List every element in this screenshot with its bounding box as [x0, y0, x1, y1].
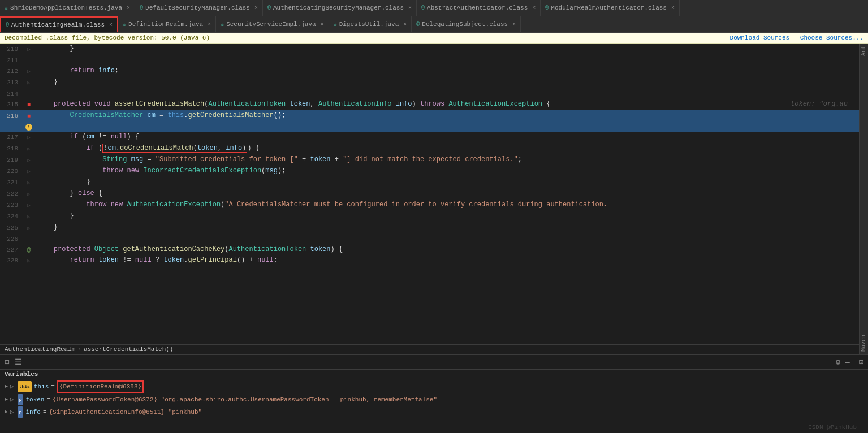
line-number: 223	[0, 200, 23, 211]
bookmark-icon: ■	[27, 102, 31, 108]
sidebar-ant-label[interactable]: Ant	[861, 44, 867, 58]
code-line: }	[35, 222, 859, 233]
code-line	[35, 233, 859, 244]
close-panel-button[interactable]: ⊡	[858, 356, 865, 368]
line-number: 212	[0, 66, 23, 77]
gutter: ▷	[23, 143, 35, 154]
table-row: 226	[0, 233, 859, 244]
tab-label: ModularRealmAuthenticator.class	[551, 5, 667, 11]
tab-close[interactable]: ×	[403, 21, 407, 28]
expand-arrow[interactable]: ▶	[5, 395, 8, 405]
settings-button[interactable]: ⚙	[835, 356, 841, 368]
table-row: 221 ▷ }	[0, 177, 859, 188]
variable-row-token: ▶ ▷ p token = {UsernamePasswordToken@637…	[0, 393, 868, 406]
tab-ShrioDemoApplicationTests[interactable]: ☕ ShrioDemoApplicationTests.java ×	[0, 0, 135, 16]
tab-close[interactable]: ×	[512, 21, 516, 28]
choose-sources-link[interactable]: Choose Sources...	[800, 34, 863, 41]
tab-close[interactable]: ×	[408, 5, 412, 11]
tab-close[interactable]: ×	[208, 21, 211, 28]
code-line: return token != null ? token.getPrincipa…	[35, 255, 859, 266]
gutter: ▷	[23, 177, 35, 188]
tab-bar-row2: © AuthenticatingRealm.class × ☕ Definiti…	[0, 16, 868, 33]
tab-close[interactable]: ×	[254, 5, 258, 11]
line-number: 217	[0, 132, 23, 143]
bottom-tools-left: ⊞ ☰	[3, 356, 23, 368]
gutter: ▷	[23, 166, 35, 177]
table-row: 222 ▷ } else {	[0, 188, 859, 200]
gutter	[23, 233, 35, 244]
expand-arrow[interactable]: ▶	[5, 407, 8, 417]
breadcrumb-separator: ›	[77, 346, 81, 353]
variable-row-this: ▶ ▷ this this = {DefinitionRealm@6393}	[0, 380, 868, 393]
table-row: 217 ▷ if (cm != null) {	[0, 132, 859, 143]
code-line: throw new AuthenticationException("A Cre…	[35, 200, 859, 211]
tab-close[interactable]: ×	[671, 5, 675, 11]
line-number: 224	[0, 211, 23, 222]
tab-close[interactable]: ×	[109, 22, 113, 28]
tab-DefinitionRealm[interactable]: ☕ DefinitionRealm.java ×	[118, 16, 216, 32]
fold-icon: ▷	[27, 80, 30, 86]
table-row: 219 ▷ String msg = "Submitted credential…	[0, 154, 859, 166]
tab-label: AuthenticatingRealm.class	[11, 21, 105, 28]
var-value-info: {SimpleAuthenticationInfo@6511} "pinkhub…	[49, 407, 202, 417]
gutter	[23, 88, 35, 99]
tab-close[interactable]: ×	[532, 5, 536, 11]
line-number: 214	[0, 88, 23, 99]
watermark: CSDN @PinkHub	[808, 424, 857, 431]
gutter: ▷	[23, 154, 35, 166]
line-number: 225	[0, 222, 23, 233]
gutter: @	[23, 244, 35, 255]
tab-label: SecurityServiceImpl.java	[226, 21, 316, 28]
info-message: Decompiled .class file, bytecode version…	[5, 34, 210, 41]
var-equals: =	[51, 382, 55, 392]
table-row: 216 ■ ! CredentialsMatcher cm = this.get…	[0, 110, 859, 132]
minimize-button[interactable]: —	[844, 357, 850, 368]
expand-icon: ▷	[10, 395, 14, 405]
tab-ModularRealmAuthenticator[interactable]: © ModularRealmAuthenticator.class ×	[541, 0, 680, 16]
line-number: 219	[0, 154, 23, 166]
list-view-button[interactable]: ☰	[14, 356, 23, 368]
tab-DefaultSecurityManager[interactable]: © DefaultSecurityManager.class ×	[135, 0, 263, 16]
tab-close[interactable]: ×	[321, 21, 324, 28]
editor-container: 210 ▷ } 211 212 ▷ re	[0, 44, 868, 354]
red-box-highlight: !cm.doCredentialsMatch(token, info)	[102, 144, 247, 153]
tab-label: ShrioDemoApplicationTests.java	[10, 5, 122, 11]
info-actions: Download Sources Choose Sources...	[723, 34, 863, 41]
sidebar-maven-label[interactable]: Maven	[861, 332, 867, 354]
code-scroll[interactable]: 210 ▷ } 211 212 ▷ re	[0, 44, 859, 344]
tab-label: DigestsUtil.java	[339, 21, 399, 28]
tab-AuthenticatingRealm[interactable]: © AuthenticatingRealm.class ×	[0, 16, 118, 32]
code-line: } else {	[35, 188, 859, 200]
tab-DigestsUtil[interactable]: ☕ DigestsUtil.java ×	[329, 16, 412, 32]
variables-list: ▶ ▷ this this = {DefinitionRealm@6393} ▶…	[0, 379, 868, 433]
java-icon: ☕	[334, 21, 337, 28]
code-line: return info;	[35, 66, 859, 77]
code-line	[35, 55, 859, 66]
var-equals: =	[46, 395, 50, 405]
gutter: ▷	[23, 132, 35, 143]
code-line: }	[35, 44, 859, 55]
tab-AbstractAuthenticator[interactable]: © AbstractAuthenticator.class ×	[417, 0, 541, 16]
tab-DelegatingSubject[interactable]: © DelegatingSubject.class ×	[412, 16, 521, 32]
breadcrumb-part2: assertCredentialsMatch()	[84, 346, 173, 353]
table-row: 218 ▷ if (!cm.doCredentialsMatch(token, …	[0, 143, 859, 154]
variable-row-info: ▶ ▷ p info = {SimpleAuthenticationInfo@6…	[0, 406, 868, 418]
tab-AuthenticatingSecurityManager[interactable]: © AuthenticatingSecurityManager.class ×	[263, 0, 417, 16]
tab-close[interactable]: ×	[127, 5, 130, 11]
table-row: 224 ▷ }	[0, 211, 859, 222]
line-number: 211	[0, 55, 23, 66]
grid-view-button[interactable]: ⊞	[3, 356, 10, 368]
download-sources-link[interactable]: Download Sources	[730, 34, 790, 41]
class-icon: ©	[421, 5, 425, 11]
class-icon: ©	[545, 5, 549, 11]
bookmark-icon: ■	[27, 113, 31, 119]
gutter	[23, 55, 35, 66]
class-icon: ©	[140, 5, 143, 11]
line-number: 220	[0, 166, 23, 177]
bottom-toolbar: ⊞ ☰ ⚙ — ⊡	[0, 355, 868, 370]
class-icon: ©	[416, 21, 420, 28]
tab-SecurityServiceImpl[interactable]: ☕ SecurityServiceImpl.java ×	[216, 16, 329, 32]
right-sidebar: Ant Maven	[859, 44, 868, 354]
expand-arrow[interactable]: ▶	[5, 382, 8, 392]
breadcrumb-part1: AuthenticatingRealm	[5, 346, 75, 353]
